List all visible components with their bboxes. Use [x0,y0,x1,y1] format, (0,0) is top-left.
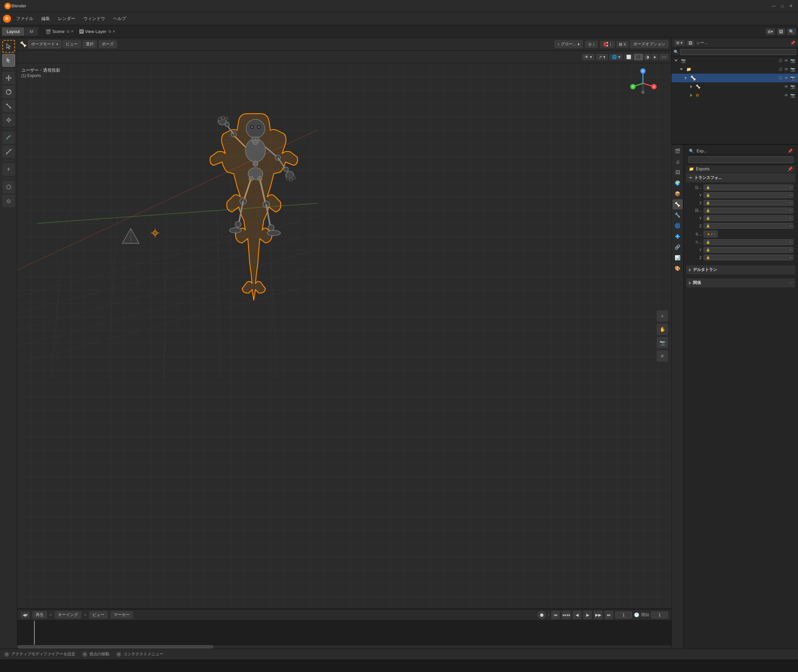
vp-proportional-btn[interactable]: ⊙ ↕ [585,41,598,48]
mode-dropdown[interactable]: ● ▾ • [703,231,718,237]
menu-render[interactable]: レンダー [55,14,79,23]
exports-row[interactable]: 📁 Exports 📌 [686,165,795,173]
armature-check[interactable]: ☑ [779,76,782,80]
mode-selector[interactable]: ポーズモード ▾ [28,40,61,48]
prop-icon-viewlayer[interactable]: 🖼 [673,167,683,178]
bone1-eye[interactable]: 👁 [784,84,788,89]
prop-icon-modifier[interactable]: 🔧 [673,210,683,220]
pos-y-field[interactable]: 🔒 • [703,192,793,198]
prop-pin-btn[interactable]: 📌 [788,149,793,153]
jump-end-btn[interactable]: ⏭ [604,611,613,619]
vp-transform-btn[interactable]: ↕ グロー... ▾ [554,40,583,48]
camera-btn[interactable]: 📷 [657,337,668,348]
prop-search-input[interactable] [688,156,793,163]
tab-layout[interactable]: Layout [2,27,24,36]
pan-btn[interactable]: ✋ [657,324,668,335]
tool-move[interactable] [2,72,15,84]
playback-btn[interactable]: 再生 [32,611,47,619]
scale-y-field[interactable]: 🔒 • [703,247,793,253]
shading-solid[interactable]: ⬛ [634,54,643,60]
pos-z-field[interactable]: 🔒 • [703,200,793,206]
vp-snap-btn[interactable]: 🧲 ↕ [600,41,615,48]
rot-x-field[interactable]: 🔒 • [703,208,793,213]
axis-constraint-btn[interactable]: ⊠ X [616,41,628,48]
prop-icon-world[interactable]: 📦 [673,189,683,199]
overlay-btn[interactable]: 👁▾ [582,54,594,60]
options-btn[interactable]: ⋯ [659,54,668,60]
view-layer-copy-icon[interactable]: ⧉ [108,29,111,34]
collection-check[interactable]: ☑ [779,67,782,72]
exports-pin[interactable]: 📌 [788,167,793,171]
tool-rotate[interactable] [2,86,15,98]
menu-help[interactable]: ヘルプ [110,14,130,23]
vp-select-btn[interactable]: 選択 [82,40,97,48]
vp-pose-options[interactable]: ポーズオプション [630,40,668,48]
outliner-pin[interactable]: 📌 [790,41,795,45]
keyframe-toggle[interactable]: ⬤ [538,611,546,619]
gizmo-btn[interactable]: ↗▾ [596,54,608,60]
timeline-scrubber[interactable] [34,621,35,645]
scene-copy-icon[interactable]: ⧉ [67,29,69,34]
view-layer-close-icon[interactable]: ✕ [112,29,115,34]
bone2-cam[interactable]: 📷 [790,93,795,98]
next-frame-btn[interactable]: ▶▶ [594,611,603,619]
tool-annotate[interactable] [2,131,15,144]
menu-file[interactable]: ファイル [13,14,37,23]
bone2-eye[interactable]: 👁 [784,93,788,98]
tool-select[interactable] [2,54,15,67]
tab-m[interactable]: M [25,27,38,36]
rot-z-field[interactable]: 🔒 • [703,223,793,229]
scale-z-field[interactable]: 🔒 • [703,254,793,260]
tool-select2[interactable] [2,181,15,194]
jump-start-btn[interactable]: ⏮ [551,611,560,619]
tool-scale[interactable] [2,100,15,112]
marker-btn[interactable]: マーカー [111,611,133,619]
start-frame-input[interactable]: 1 [651,612,668,618]
prop-icon-constraints[interactable]: 🔗 [673,242,683,252]
tool-add[interactable]: + [2,163,15,176]
outliner-image-btn[interactable]: 🖼 [687,40,694,46]
menu-window[interactable]: ウィンドウ [80,14,108,23]
pos-x-field[interactable]: 🔒 • [703,185,793,190]
outliner-type-btn[interactable]: ⊞▾ [674,40,684,46]
prop-icon-material[interactable]: 🎨 [673,263,683,274]
prop-icon-particles[interactable]: 🌀 [673,221,683,231]
tool-measure[interactable] [2,146,15,158]
maximize-button[interactable]: □ [779,3,785,9]
view-layer-selector[interactable]: 🖼 View Layer ⧉ ✕ [79,29,115,34]
minimize-button[interactable]: — [771,3,777,9]
search-toggle[interactable]: 🔍 [787,28,796,35]
prev-keyframe-btn[interactable]: ⏮⏮ [562,611,570,619]
prop-icon-render[interactable]: 🎬 [673,146,683,156]
rot-y-field[interactable]: 🔒 • [703,215,793,221]
relations-header[interactable]: 関係 ⋯ [686,278,795,287]
tool-cursor[interactable] [2,40,15,53]
shading-wire[interactable]: ⬜ [624,54,633,60]
menu-edit[interactable]: 編集 [38,14,53,23]
tool-transform[interactable] [2,114,15,126]
outliner-item-armature[interactable]: 🦴 ☑ 👁 📷 [671,74,798,82]
delta-header[interactable]: デルタトラン [686,265,795,274]
armature-eye[interactable]: 👁 [784,76,788,80]
close-button[interactable]: ✕ [788,3,794,9]
transform-header[interactable]: トランスフォ... [686,173,795,182]
play-btn[interactable]: ▶ [583,611,592,619]
view-btn[interactable]: ビュー [89,611,108,619]
collection-cam[interactable]: 📷 [790,67,795,72]
scene-selector[interactable]: 🎬 Scene ⧉ ✕ [45,29,74,34]
timeline-mode-btn[interactable]: ◀▾ [21,612,30,618]
tool-extra[interactable]: ⊙ [2,195,15,207]
current-frame-input[interactable]: 1 [615,612,632,618]
timeline-scroll[interactable] [18,645,671,649]
vp-pose-btn[interactable]: ポーズ [98,40,117,48]
shading-rendered[interactable]: ● [652,54,658,60]
properties-toggle[interactable]: 🖼 [777,28,785,35]
shading-lpe[interactable]: ◑ [644,54,651,60]
vp-view-btn[interactable]: ビュー [62,40,81,48]
collection-eye[interactable]: 👁 [784,67,788,72]
outliner-search-input[interactable] [680,49,796,55]
viewport-gizmo[interactable]: Z X Y [628,68,658,99]
grid-btn[interactable]: # [657,350,668,362]
scene-check[interactable]: ☑ [779,58,782,63]
outliner-toggle[interactable]: ⊞▾ [766,28,775,35]
